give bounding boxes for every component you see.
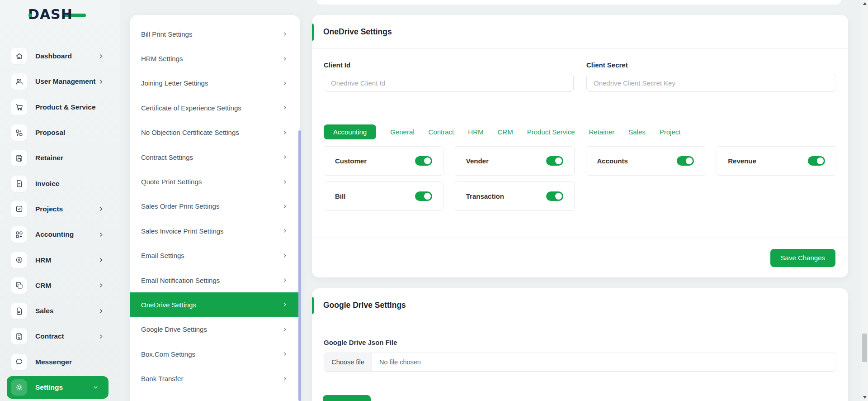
vender-toggle[interactable] xyxy=(546,156,563,166)
scroll-down-arrow-icon[interactable] xyxy=(863,396,867,399)
chevron-right-icon xyxy=(282,105,288,110)
sidebar-item-crm[interactable]: CRM xyxy=(0,273,120,298)
settings-menu-item-box-com[interactable]: Box.Com Settings xyxy=(130,342,300,366)
chevron-right-icon xyxy=(282,56,288,62)
sidebar-item-messenger[interactable]: Messenger xyxy=(0,349,120,375)
scroll-up-arrow-icon[interactable] xyxy=(863,2,867,5)
client-id-field-group: Client Id xyxy=(324,61,574,92)
tab-accounting[interactable]: Accounting xyxy=(324,124,376,139)
revenue-toggle[interactable] xyxy=(808,156,825,166)
tab-sales[interactable]: Sales xyxy=(628,128,646,136)
choose-file-button[interactable]: Choose file xyxy=(324,353,372,371)
settings-menu-item-joining-letter[interactable]: Joining Letter Settings xyxy=(130,71,300,95)
settings-menu-item-barcode[interactable]: Barcode Settings xyxy=(130,391,300,401)
onedrive-settings-card: OneDrive Settings Client Id Client Secre… xyxy=(312,15,848,277)
chevron-right-icon xyxy=(98,308,104,314)
copy-cards-icon xyxy=(11,277,27,294)
transaction-toggle[interactable] xyxy=(546,191,563,201)
settings-menu-item-sales-order-print[interactable]: Sales Order Print Settings xyxy=(130,194,300,219)
settings-menu-item-hrm[interactable]: HRM Settings xyxy=(130,46,300,71)
settings-menu-item-email[interactable]: Email Settings xyxy=(130,243,300,268)
accounts-toggle[interactable] xyxy=(677,156,694,166)
bill-toggle[interactable] xyxy=(415,191,432,201)
logo-dot-accent xyxy=(28,14,32,17)
settings-menu-item-contract[interactable]: Contract Settings xyxy=(130,145,300,169)
settings-menu-item-sales-invoice-print[interactable]: Sales Invoice Print Settings xyxy=(130,219,300,243)
chevron-right-icon xyxy=(98,257,104,263)
chevron-right-icon xyxy=(98,206,104,212)
gdrive-tab-pill-partial[interactable] xyxy=(323,395,371,401)
sidebar-item-settings[interactable]: Settings xyxy=(7,376,108,399)
gear-icon xyxy=(11,379,27,396)
gdrive-title: Google Drive Settings xyxy=(323,301,406,310)
chevron-right-icon xyxy=(282,253,288,258)
chevron-right-icon xyxy=(98,79,104,85)
toggle-grid: Customer Vender Accounts Revenue Bill Tr… xyxy=(324,146,836,211)
settings-menu-item-bill-print[interactable]: Bill Print Settings xyxy=(130,22,300,46)
google-drive-settings-card: Google Drive Settings Google Drive Json … xyxy=(312,288,848,401)
sidebar-item-proposal[interactable]: Proposal xyxy=(0,120,120,145)
sidebar-item-user-management[interactable]: User Management xyxy=(0,69,120,94)
save-changes-button[interactable]: Save Changes xyxy=(770,249,835,267)
sidebar-item-contract[interactable]: Contract xyxy=(0,324,120,349)
tab-crm[interactable]: CRM xyxy=(497,128,513,136)
gdrive-card-header: Google Drive Settings xyxy=(312,288,848,322)
chevron-right-icon xyxy=(282,204,288,209)
toggle-card-customer: Customer xyxy=(324,146,443,176)
settings-menu-item-google-drive[interactable]: Google Drive Settings xyxy=(130,317,300,342)
chevron-right-icon xyxy=(98,53,104,59)
grid-plus-icon xyxy=(11,226,27,243)
sidebar-item-dashboard[interactable]: Dashboard xyxy=(0,43,120,69)
tab-contract[interactable]: Contract xyxy=(429,128,454,136)
sidebar-item-accounting[interactable]: Accounting xyxy=(0,222,120,247)
home-icon xyxy=(11,48,27,64)
chevron-right-icon xyxy=(282,31,288,37)
app-logo[interactable]: DASH xyxy=(28,6,88,24)
sidebar-item-hrm[interactable]: HRM xyxy=(0,247,120,272)
users-icon xyxy=(11,73,27,90)
settings-menu-item-no-objection[interactable]: No Objection Certificate Settings xyxy=(130,120,300,145)
tab-retainer[interactable]: Retainer xyxy=(589,128,615,136)
sidebar-item-retainer[interactable]: Retainer xyxy=(0,145,120,171)
onedrive-card-header: OneDrive Settings xyxy=(312,15,848,49)
logo-text: DASH xyxy=(28,6,73,22)
chevron-right-icon xyxy=(282,351,288,357)
tab-project[interactable]: Project xyxy=(660,128,681,136)
sales-file-icon xyxy=(11,303,27,319)
chevron-right-icon xyxy=(282,277,288,283)
chevron-right-icon xyxy=(282,179,288,185)
settings-menu-item-onedrive[interactable]: OneDrive Settings xyxy=(130,292,300,317)
settings-menu-item-certificate-experience[interactable]: Certificate of Experience Settings xyxy=(130,95,300,120)
client-id-label: Client Id xyxy=(324,61,574,69)
page-scrollbar-thumb[interactable] xyxy=(862,334,867,362)
tab-hrm[interactable]: HRM xyxy=(468,128,483,136)
settings-menu-item-email-notification[interactable]: Email Notification Settings xyxy=(130,268,300,292)
settings-menu-item-bank-transfer[interactable]: Bank Transfer xyxy=(130,366,300,391)
invoice-file-icon xyxy=(11,176,27,192)
client-secret-field-group: Client Secret xyxy=(586,61,836,92)
user-scan-icon xyxy=(11,252,27,268)
sidebar-item-invoice[interactable]: Invoice xyxy=(0,171,120,196)
sidebar-item-product-service[interactable]: Product & Service xyxy=(0,95,120,120)
tab-general[interactable]: General xyxy=(390,128,414,136)
toggle-card-revenue: Revenue xyxy=(717,146,836,176)
settings-menu-item-quote-print[interactable]: Quote Print Settings xyxy=(130,169,300,194)
chevron-right-icon xyxy=(98,232,104,238)
no-file-chosen-text: No file chosen xyxy=(372,353,421,371)
toggle-card-accounts: Accounts xyxy=(586,146,706,176)
submenu-scrollbar-thumb[interactable] xyxy=(298,130,301,401)
sidebar-item-sales[interactable]: Sales xyxy=(0,298,120,324)
settings-submenu: Bill Print Settings HRM Settings Joining… xyxy=(130,15,300,401)
chat-bubble-icon xyxy=(11,354,27,370)
customer-toggle[interactable] xyxy=(415,156,432,166)
page-scrollbar[interactable] xyxy=(861,0,868,401)
client-secret-input[interactable] xyxy=(586,74,836,92)
client-id-input[interactable] xyxy=(324,74,574,92)
gdrive-json-file-label: Google Drive Json File xyxy=(324,339,836,346)
tab-product-service[interactable]: Product Service xyxy=(527,128,575,136)
client-secret-label: Client Secret xyxy=(586,61,836,69)
sidebar-item-projects[interactable]: Projects xyxy=(0,196,120,222)
chevron-right-icon xyxy=(282,81,288,86)
gdrive-json-file-input[interactable]: Choose file No file chosen xyxy=(324,353,836,372)
toggle-knob xyxy=(424,158,431,164)
